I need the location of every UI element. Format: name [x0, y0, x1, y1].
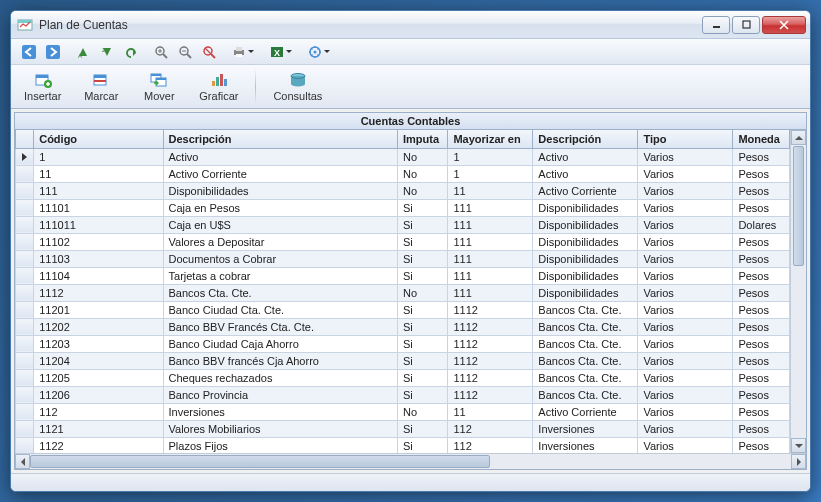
cell-codigo[interactable]: 11202: [34, 318, 163, 335]
cell-imputa[interactable]: Si: [397, 437, 448, 453]
cell-tipo[interactable]: Varios: [638, 284, 733, 301]
cell-imputa[interactable]: Si: [397, 250, 448, 267]
cell-descripcion2[interactable]: Activo Corriente: [533, 403, 638, 420]
cell-mayorizar[interactable]: 1112: [448, 369, 533, 386]
cell-imputa[interactable]: Si: [397, 301, 448, 318]
table-row[interactable]: 1122Plazos FijosSi112InversionesVariosPe…: [16, 437, 790, 453]
row-indicator[interactable]: [16, 437, 34, 453]
table-row[interactable]: 1121Valores MobiliariosSi112InversionesV…: [16, 420, 790, 437]
cell-descripcion2[interactable]: Disponibilidades: [533, 250, 638, 267]
cell-descripcion2[interactable]: Bancos Cta. Cte.: [533, 301, 638, 318]
cell-tipo[interactable]: Varios: [638, 182, 733, 199]
zoom-out-button[interactable]: [174, 42, 196, 62]
print-dropdown[interactable]: [228, 42, 258, 62]
cell-tipo[interactable]: Varios: [638, 301, 733, 318]
cell-codigo[interactable]: 11201: [34, 301, 163, 318]
row-indicator[interactable]: [16, 148, 34, 165]
cell-moneda[interactable]: Pesos: [733, 199, 790, 216]
sort-asc-button[interactable]: A: [72, 42, 94, 62]
cell-descripcion[interactable]: Banco Ciudad Caja Ahorro: [163, 335, 397, 352]
cell-mayorizar[interactable]: 112: [448, 437, 533, 453]
move-button[interactable]: Mover: [134, 67, 184, 107]
titlebar[interactable]: Plan de Cuentas: [11, 11, 810, 39]
table-row[interactable]: 11201Banco Ciudad Cta. Cte.Si1112Bancos …: [16, 301, 790, 318]
table-row[interactable]: 111DisponibilidadesNo11Activo CorrienteV…: [16, 182, 790, 199]
cell-descripcion[interactable]: Banco BBV Francés Cta. Cte.: [163, 318, 397, 335]
cell-imputa[interactable]: Si: [397, 233, 448, 250]
cell-codigo[interactable]: 11206: [34, 386, 163, 403]
cell-descripcion[interactable]: Banco Ciudad Cta. Cte.: [163, 301, 397, 318]
cell-imputa[interactable]: No: [397, 165, 448, 182]
cell-tipo[interactable]: Varios: [638, 352, 733, 369]
table-row[interactable]: 11102Valores a DepositarSi111Disponibili…: [16, 233, 790, 250]
cell-tipo[interactable]: Varios: [638, 250, 733, 267]
table-row[interactable]: 11104Tarjetas a cobrarSi111Disponibilida…: [16, 267, 790, 284]
row-indicator[interactable]: [16, 216, 34, 233]
row-indicator[interactable]: [16, 267, 34, 284]
cell-imputa[interactable]: No: [397, 148, 448, 165]
cell-descripcion2[interactable]: Activo Corriente: [533, 182, 638, 199]
cell-descripcion[interactable]: Plazos Fijos: [163, 437, 397, 453]
col-mayorizar[interactable]: Mayorizar en: [448, 130, 533, 148]
minimize-button[interactable]: [702, 16, 730, 34]
cell-mayorizar[interactable]: 111: [448, 250, 533, 267]
cell-codigo[interactable]: 111011: [34, 216, 163, 233]
cell-moneda[interactable]: Pesos: [733, 267, 790, 284]
col-tipo[interactable]: Tipo: [638, 130, 733, 148]
nav-forward-button[interactable]: [42, 42, 64, 62]
cell-tipo[interactable]: Varios: [638, 420, 733, 437]
scroll-right-button[interactable]: [791, 454, 806, 469]
col-descripcion2[interactable]: Descripción: [533, 130, 638, 148]
row-indicator[interactable]: [16, 199, 34, 216]
hscroll-thumb[interactable]: [30, 455, 490, 468]
row-indicator[interactable]: [16, 335, 34, 352]
cell-codigo[interactable]: 1122: [34, 437, 163, 453]
cell-tipo[interactable]: Varios: [638, 148, 733, 165]
cell-moneda[interactable]: Pesos: [733, 301, 790, 318]
cell-descripcion[interactable]: Caja en Pesos: [163, 199, 397, 216]
scroll-thumb[interactable]: [793, 146, 804, 266]
cell-descripcion[interactable]: Cheques rechazados: [163, 369, 397, 386]
cell-moneda[interactable]: Pesos: [733, 403, 790, 420]
table-row[interactable]: 111011Caja en U$SSi111DisponibilidadesVa…: [16, 216, 790, 233]
cell-descripcion2[interactable]: Disponibilidades: [533, 216, 638, 233]
cell-descripcion2[interactable]: Disponibilidades: [533, 284, 638, 301]
cell-codigo[interactable]: 11204: [34, 352, 163, 369]
cell-tipo[interactable]: Varios: [638, 233, 733, 250]
cell-mayorizar[interactable]: 11: [448, 403, 533, 420]
cell-descripcion2[interactable]: Disponibilidades: [533, 233, 638, 250]
cell-imputa[interactable]: Si: [397, 199, 448, 216]
cell-mayorizar[interactable]: 1112: [448, 301, 533, 318]
cell-descripcion[interactable]: Disponibilidades: [163, 182, 397, 199]
cell-mayorizar[interactable]: 1: [448, 148, 533, 165]
table-row[interactable]: 11203Banco Ciudad Caja AhorroSi1112Banco…: [16, 335, 790, 352]
cell-descripcion2[interactable]: Bancos Cta. Cte.: [533, 386, 638, 403]
row-indicator[interactable]: [16, 369, 34, 386]
cell-tipo[interactable]: Varios: [638, 335, 733, 352]
chart-button[interactable]: Graficar: [192, 67, 245, 107]
cell-tipo[interactable]: Varios: [638, 199, 733, 216]
cell-codigo[interactable]: 1121: [34, 420, 163, 437]
cell-tipo[interactable]: Varios: [638, 386, 733, 403]
row-indicator[interactable]: [16, 403, 34, 420]
cell-codigo[interactable]: 1: [34, 148, 163, 165]
cell-codigo[interactable]: 11205: [34, 369, 163, 386]
cell-moneda[interactable]: Dolares: [733, 216, 790, 233]
cell-imputa[interactable]: No: [397, 284, 448, 301]
zoom-reset-button[interactable]: [198, 42, 220, 62]
cell-descripcion[interactable]: Inversiones: [163, 403, 397, 420]
cell-descripcion[interactable]: Valores Mobiliarios: [163, 420, 397, 437]
cell-descripcion[interactable]: Caja en U$S: [163, 216, 397, 233]
cell-descripcion2[interactable]: Bancos Cta. Cte.: [533, 318, 638, 335]
table-row[interactable]: 1112Bancos Cta. Cte.No111Disponibilidade…: [16, 284, 790, 301]
cell-imputa[interactable]: Si: [397, 386, 448, 403]
cell-descripcion[interactable]: Valores a Depositar: [163, 233, 397, 250]
col-descripcion[interactable]: Descripción: [163, 130, 397, 148]
cell-codigo[interactable]: 11203: [34, 335, 163, 352]
cell-descripcion[interactable]: Documentos a Cobrar: [163, 250, 397, 267]
cell-descripcion[interactable]: Tarjetas a cobrar: [163, 267, 397, 284]
cell-codigo[interactable]: 11102: [34, 233, 163, 250]
cell-descripcion2[interactable]: Inversiones: [533, 437, 638, 453]
cell-moneda[interactable]: Pesos: [733, 182, 790, 199]
cell-tipo[interactable]: Varios: [638, 318, 733, 335]
